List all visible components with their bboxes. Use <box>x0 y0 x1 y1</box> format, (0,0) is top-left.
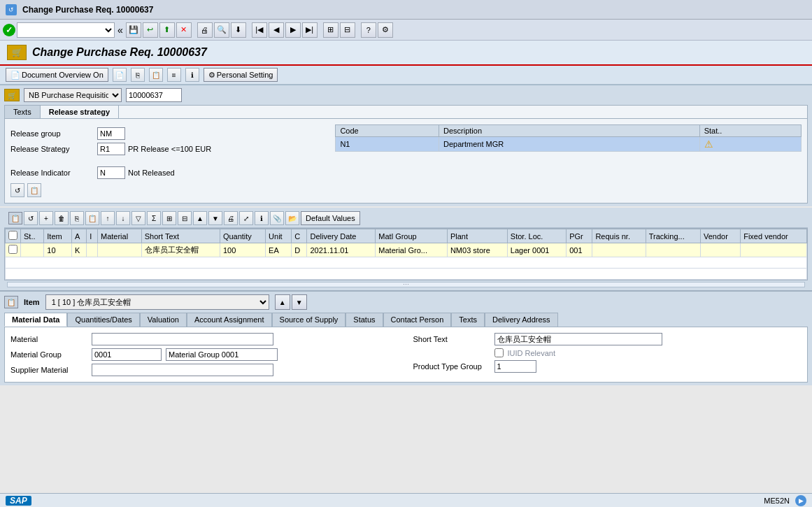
short-text-input[interactable] <box>494 333 662 345</box>
tab-quantities-dates[interactable]: Quantities/Dates <box>67 313 139 327</box>
material-group-desc-input[interactable] <box>166 348 278 361</box>
tab-texts[interactable]: Texts <box>451 313 485 327</box>
material-input[interactable] <box>92 333 273 345</box>
release-strategy-row: Release Strategy PR Release <=100 EUR <box>10 143 321 155</box>
grid-expand2-btn[interactable]: ⤢ <box>239 211 253 225</box>
row-delivery-date: 2021.11.01 <box>307 243 376 257</box>
add-item-btn[interactable]: + <box>39 211 53 225</box>
default-values-btn[interactable]: Default Values <box>301 211 360 225</box>
row-checkbox[interactable] <box>6 243 21 257</box>
row-a: K <box>71 243 86 257</box>
tab-texts[interactable]: Texts <box>5 106 41 118</box>
reset-btn[interactable]: ↺ <box>10 183 24 197</box>
empty-row-1 <box>6 257 807 269</box>
cell-code: N1 <box>336 137 439 152</box>
pr-number-input[interactable] <box>126 88 182 102</box>
release-group-input[interactable] <box>97 127 125 140</box>
tab-delivery-address[interactable]: Delivery Address <box>485 313 558 327</box>
tab-texts-label: Texts <box>459 315 477 324</box>
doc-overview-btn[interactable]: 📄 Document Overview On <box>6 68 108 82</box>
filter-btn[interactable]: ▽ <box>131 211 145 225</box>
item-list-btn[interactable]: ≡ <box>167 68 181 82</box>
refresh-btn[interactable]: ↺ <box>24 211 38 225</box>
select-all-checkbox[interactable] <box>8 231 17 240</box>
back-btn[interactable]: ↩ <box>143 22 158 38</box>
new-doc-btn[interactable]: 📄 <box>113 68 127 82</box>
move-dn-btn[interactable]: ▼ <box>208 211 222 225</box>
iuid-checkbox[interactable] <box>494 348 504 357</box>
row-vendor <box>700 243 740 257</box>
product-type-group-input[interactable] <box>494 360 536 373</box>
next-btn[interactable]: ▶ <box>285 22 301 38</box>
iuid-row: IUID Relevant <box>413 348 802 357</box>
ok-button[interactable]: ✓ <box>3 24 15 36</box>
col-description: Description <box>439 125 700 137</box>
grid-icon: 📋 <box>8 212 22 224</box>
find-next-btn[interactable]: ⬇ <box>231 22 246 38</box>
pr-type-dropdown[interactable]: NB Purchase Requisition <box>24 88 122 102</box>
nav-prev-icon[interactable]: « <box>116 24 124 36</box>
item-selector-dropdown[interactable]: 1 [ 10 ] 仓库员工安全帽 <box>45 294 269 310</box>
sum-btn[interactable]: Σ <box>147 211 161 225</box>
info-btn[interactable]: ℹ <box>185 68 199 82</box>
table-row[interactable]: 10 K 仓库员工安全帽 100 EA D 2021.11.01 Materia… <box>6 243 807 257</box>
th-material: Material <box>97 229 141 243</box>
th-c: C <box>292 229 307 243</box>
tab-release-strategy-label: Release strategy <box>49 108 110 116</box>
row-material <box>97 243 141 257</box>
collapse-btn[interactable]: ⊟ <box>178 211 192 225</box>
prev-btn[interactable]: ◀ <box>269 22 284 38</box>
tab-status[interactable]: Status <box>346 313 383 327</box>
grid-info-btn[interactable]: ℹ <box>255 211 269 225</box>
paste-doc-btn[interactable]: 📋 <box>149 68 163 82</box>
delete-item-btn[interactable]: 🗑 <box>55 211 69 225</box>
col-code: Code <box>336 125 439 137</box>
sort-desc-btn[interactable]: ↓ <box>116 211 130 225</box>
paste-item-btn[interactable]: 📋 <box>85 211 99 225</box>
print-btn[interactable]: 🖨 <box>197 22 213 38</box>
item-down-btn[interactable]: ▼ <box>292 294 307 310</box>
find-btn[interactable]: 🔍 <box>214 22 229 38</box>
move-up-btn[interactable]: ▲ <box>193 211 207 225</box>
command-dropdown[interactable] <box>17 22 115 38</box>
item-up-btn[interactable]: ▲ <box>275 294 290 310</box>
copy-doc-btn[interactable]: ⎘ <box>131 68 145 82</box>
personal-setting-label: Personal Setting <box>217 71 273 79</box>
footer-nav-btn[interactable]: ▶ <box>795 495 806 506</box>
release-strategy-code-input[interactable] <box>97 143 125 155</box>
th-unit: Unit <box>266 229 292 243</box>
customize-btn[interactable]: ⚙ <box>378 22 393 38</box>
tab-source-of-supply[interactable]: Source of Supply <box>272 313 346 327</box>
first-btn[interactable]: |◀ <box>252 22 267 38</box>
tab-account-assignment[interactable]: Account Assignment <box>187 313 272 327</box>
items-grid[interactable]: St.. Item A I Material Short Text Quanti… <box>4 228 808 280</box>
grid-print-btn[interactable]: 🖨 <box>224 211 238 225</box>
tab-release-strategy[interactable]: Release strategy <box>41 106 119 118</box>
material-group-code-input[interactable] <box>92 348 162 361</box>
grid-attach-btn[interactable]: 📎 <box>270 211 284 225</box>
table-row[interactable]: N1 Department MGR ⚠ <box>336 137 802 152</box>
sort-asc-btn[interactable]: ↑ <box>101 211 115 225</box>
help-btn[interactable]: ? <box>361 22 376 38</box>
session2-btn[interactable]: ⊟ <box>340 22 355 38</box>
cancel-btn[interactable]: ✕ <box>176 22 192 38</box>
last-btn[interactable]: ▶| <box>302 22 318 38</box>
tab-valuation[interactable]: Valuation <box>140 313 187 327</box>
page-title: Change Purchase Req. 10000637 <box>32 46 207 59</box>
supplier-material-input[interactable] <box>92 364 273 376</box>
session-btn[interactable]: ⊞ <box>323 22 339 38</box>
expand-btn[interactable]: ⊞ <box>162 211 176 225</box>
doc-overview-label: Document Overview On <box>22 71 104 79</box>
th-short-text: Short Text <box>141 229 220 243</box>
release-indicator-input[interactable] <box>97 166 125 179</box>
personal-setting-btn[interactable]: ⚙ Personal Setting <box>204 68 278 82</box>
grid-attach2-btn[interactable]: 📂 <box>285 211 299 225</box>
exit-btn[interactable]: ⬆ <box>159 22 175 38</box>
tab-contact-person[interactable]: Contact Person <box>383 313 452 327</box>
iuid-label: IUID Relevant <box>508 349 555 357</box>
save-btn[interactable]: 💾 <box>126 22 141 38</box>
release-btn[interactable]: 📋 <box>27 183 41 197</box>
tab-material-data[interactable]: Material Data <box>4 313 67 327</box>
copy-item-btn[interactable]: ⎘ <box>70 211 84 225</box>
release-indicator-label: Release Indicator <box>10 169 94 177</box>
